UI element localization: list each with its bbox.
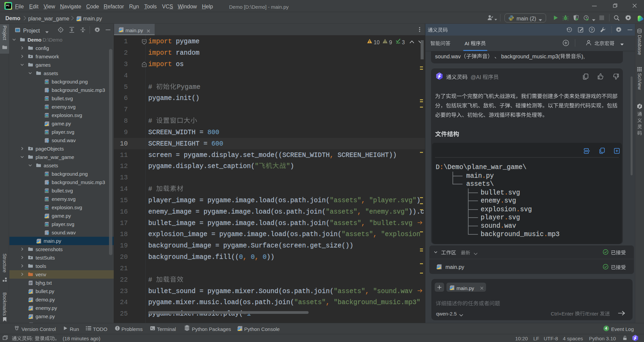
- svg-text:#: #: [148, 276, 156, 284]
- svg-text:(18 minutes ago): (18 minutes ago): [60, 336, 100, 341]
- svg-text:?: ?: [47, 231, 49, 235]
- svg-text:/Enter: /Enter: [585, 311, 600, 317]
- svg-text:?: ?: [47, 89, 49, 93]
- svg-text:pygame.display.set_caption(: pygame.display.set_caption(: [148, 163, 255, 170]
- svg-text:Ctrl+Enter: Ctrl+Enter: [551, 311, 575, 317]
- svg-text:),: ),: [582, 54, 585, 59]
- svg-text:#: #: [148, 185, 156, 193]
- svg-text:AI: AI: [465, 41, 471, 46]
- svg-text:?: ?: [47, 181, 49, 185]
- svg-text:": ": [255, 163, 259, 170]
- svg-text:@AI: @AI: [471, 74, 483, 80]
- svg-text:Pygame: Pygame: [177, 83, 201, 91]
- svg-text:sound.wav: sound.wav: [435, 54, 461, 59]
- svg-text:": ": [286, 163, 290, 170]
- svg-text:#: #: [148, 83, 156, 91]
- svg-text:): ): [290, 163, 294, 170]
- svg-text:?: ?: [591, 28, 593, 32]
- svg-text:background_music.mp3(: background_music.mp3(: [500, 54, 560, 60]
- svg-text:?: ?: [47, 139, 49, 143]
- svg-text::: :: [32, 336, 35, 341]
- svg-text:#: #: [148, 117, 156, 125]
